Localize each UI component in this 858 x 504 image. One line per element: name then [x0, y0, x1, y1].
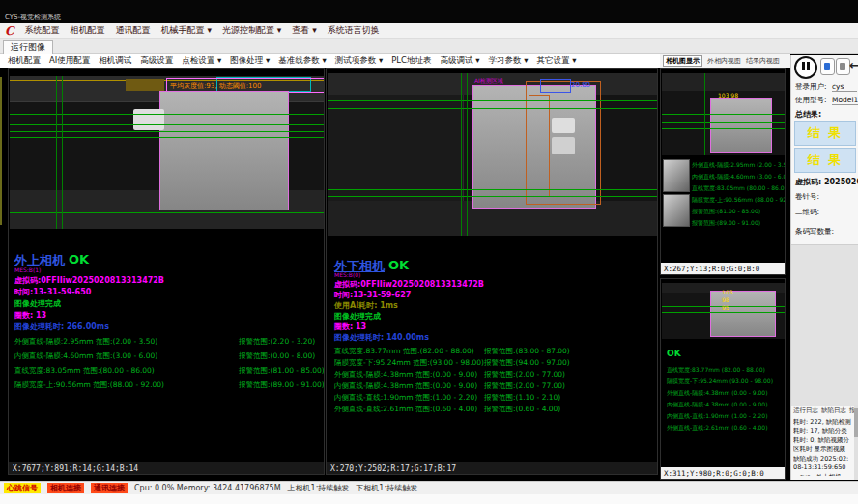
center-pixel-coord-bar: X:270;Y:2502;R:17;G:17;B:17 [327, 462, 657, 475]
overlay-value: 103 [722, 289, 732, 295]
menu-item-robot-config[interactable]: 机械手配置 ▾ [161, 24, 212, 37]
log-scrollbar[interactable] [854, 405, 858, 480]
toolbar-learning-params-menu[interactable]: 学习参数 ▾ [488, 55, 528, 67]
blue-value-label: 20.80 [571, 81, 590, 89]
measure-vline [467, 73, 468, 236]
log-tab-run[interactable]: 运行日志 [793, 406, 818, 415]
olive-roi-block [126, 79, 164, 91]
measure-line [662, 128, 786, 129]
alarm-range: 报警范围:(83.00 - 87.00) [484, 347, 570, 356]
left-done-text: 图像处理完成 [14, 298, 61, 309]
measure-vline [56, 76, 57, 229]
login-user-value: cys [832, 82, 857, 92]
toolbar-camera-debug[interactable]: 相机调试 [99, 55, 131, 67]
log-text: 耗时: 222, 缺陷检测耗时: 17, 缺陷分类耗时: 0, 缺陷视频分区耗时… [793, 418, 851, 476]
battery-cell-region [159, 91, 289, 210]
view-tab-camera[interactable]: 相机图显示 [663, 55, 702, 67]
alarm-range: 报警范围:(1.10 - 2.10) [484, 393, 560, 403]
log-tab-defect[interactable]: 缺陷日志 [821, 406, 846, 415]
measure-row: 隔膜宽度-上:90.56mm (88.00 - 92.00) [692, 196, 786, 205]
qr-code-label: 二维码: [795, 208, 819, 217]
center-mes-label: MES:B(0) [334, 271, 360, 278]
measure-line [328, 108, 658, 109]
total-result-label: 总结果: [795, 109, 821, 120]
app-logo-icon: C [5, 25, 14, 37]
toolbar-advanced-settings[interactable]: 高级设置 [140, 55, 173, 67]
center-count-text: 圈数: 13 [334, 322, 366, 332]
bright-feature [552, 137, 575, 154]
small1-pixel-coord-bar: X:267;Y:13;R:0;G:0;B:0 [661, 263, 785, 275]
measure-row: 内侧直线-直线:1.90mm 范围:(1.00 - 2.20) [334, 393, 477, 403]
defect-thumbnail[interactable] [663, 159, 690, 192]
measure-row: 内侧直线-隔膜:4.60mm 范围:(3.00 - 6.00) [14, 351, 157, 361]
view-tab-outer[interactable]: 外相内视图 [707, 56, 741, 66]
measure-vline [461, 73, 462, 236]
cpu-memory-text: Cpu: 0.0% Memory: 3424.41796875M [134, 484, 281, 492]
left-count-text: 圈数: 13 [14, 310, 46, 321]
gray-value-label: 平均灰度值:93, 动态阈值:100 [170, 81, 261, 91]
menu-item-comm-config[interactable]: 通讯配置 [116, 24, 151, 37]
pause-button[interactable] [794, 56, 817, 79]
alarm-range: 报警范围:(81.00 - 85.00) [239, 366, 325, 376]
center-ai-time-text: 使用AI耗时: 1ms [334, 300, 398, 311]
menu-item-camera-config[interactable]: 相机配置 [71, 24, 105, 37]
menu-item-light-config[interactable]: 光源控制配置 ▾ [222, 24, 281, 37]
menu-item-language[interactable]: 系统语言切换 [328, 24, 380, 37]
toolbar-ai-config[interactable]: AI使用配置 [49, 55, 90, 67]
measure-line [662, 312, 786, 313]
battery-cell-region [710, 291, 776, 337]
measure-row: 内侧直线-隔膜:4.60mm (3.00 - 6.00) [692, 173, 786, 182]
menu-item-view[interactable]: 查看 ▾ [292, 24, 316, 37]
view-tab-result[interactable]: 结果内视图 [746, 56, 780, 66]
measure-row: 内侧直线-隔膜:4.38mm 范围:(0.00 - 9.00) [334, 381, 477, 391]
measure-row: 外侧直线-隔膜:4.38mm (0.00 - 9.00) [667, 389, 768, 398]
measure-row: 外侧直线-隔膜:2.95mm (2.00 - 3.50) [692, 161, 786, 170]
center-camera-image[interactable]: AI检测区域 20.80 [328, 73, 658, 236]
defect-thumbnail[interactable] [663, 194, 690, 227]
left-barcode-text: 虚拟码:0FFIIiw2025020813313472B [14, 275, 164, 286]
measure-line [328, 189, 658, 190]
reel-number-label: 卷针号: [795, 192, 819, 202]
ai-region-label: AI检测区域 [474, 77, 503, 86]
toolbar-camera-config[interactable]: 相机配置 [8, 55, 41, 67]
log-scrollbar-thumb[interactable] [854, 408, 858, 437]
center-proc-time-text: 图像处理耗时: 140.00ms [334, 332, 429, 343]
overlay-value: 98 [722, 296, 729, 303]
measure-line [328, 100, 658, 101]
toolbar-spotcheck-menu[interactable]: 点检设置 ▾ [182, 55, 221, 67]
tool-button-1[interactable] [820, 58, 835, 75]
toolbar-plc-address[interactable]: PLC地址表 [391, 55, 431, 67]
pause-icon [802, 62, 805, 70]
battery-cell-region [710, 98, 772, 153]
measure-vline [704, 73, 705, 155]
center-done-text: 图像处理完成 [334, 311, 381, 322]
small-camera-image-2[interactable]: 103 98 95 [662, 283, 786, 339]
back-arrow-icon[interactable]: ← [849, 58, 858, 72]
measure-row: 报警范围:(81.00 - 85.00) [692, 208, 760, 216]
measure-row: 隔膜宽度-下:95.24mm (93.00 - 98.00) [667, 378, 773, 386]
lower-camera-trigger-text[interactable]: 下相机1:持续触发 [356, 483, 417, 493]
toolbar-baseline-params-menu[interactable]: 基准线参数 ▾ [278, 55, 326, 67]
small-camera-image-1[interactable]: 103 98 [662, 73, 786, 155]
machine-body [328, 95, 464, 201]
tab-run-image[interactable]: 运行图像 [3, 40, 53, 54]
tool-button-2[interactable] [836, 58, 850, 75]
app-window: CYS-视觉检测系统 C 系统配置 相机配置 通讯配置 机械手配置 ▾ 光源控制… [0, 0, 858, 504]
left-camera-image[interactable]: 平均灰度值:93, 动态阈值:100 [10, 76, 325, 229]
left-time-text: 时间:13-31-59-650 [14, 287, 91, 297]
measure-row: 隔膜宽度-上:90.56mm 范围:(88.00 - 92.00) [14, 380, 164, 390]
alarm-range: 报警范围:(2.20 - 3.20) [239, 337, 315, 347]
toolbar-image-process-menu[interactable]: 图像处理 ▾ [230, 55, 270, 67]
right-info-panel: ← 登录用户: cys 使用型号: Model1 总结果: 结 果 结 果 虚拟… [790, 55, 858, 480]
toolbar-advanced-debug-menu[interactable]: 高级调试 ▾ [441, 55, 480, 67]
camera-connect-badge: 相机连接 [47, 483, 84, 493]
menu-item-system-config[interactable]: 系统配置 [25, 24, 60, 37]
model-label: 使用型号: [795, 96, 827, 105]
model-value: Model1 [832, 96, 858, 105]
connector-tab [133, 109, 164, 130]
measure-line [328, 196, 658, 197]
toolbar-test-params-menu[interactable]: 测试项参数 ▾ [335, 55, 383, 67]
upper-camera-trigger-text[interactable]: 上相机1:持续触发 [288, 483, 350, 493]
heartbeat-status-badge: 心跳信号 [4, 483, 41, 493]
toolbar-other-settings-menu[interactable]: 其它设置 ▾ [536, 55, 576, 67]
